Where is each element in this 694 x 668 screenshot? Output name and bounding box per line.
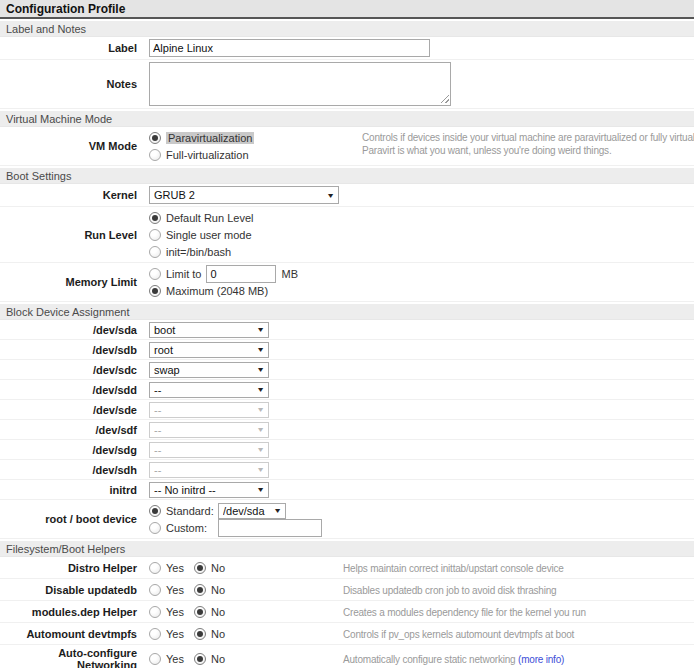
- device-label: /dev/sdb: [0, 344, 145, 356]
- device-label: /dev/sdf: [0, 424, 145, 436]
- disable-updatedb-yes-radio[interactable]: [149, 584, 161, 596]
- table-row: /dev/sdf -- ▼: [0, 420, 694, 440]
- notes-row: Notes: [0, 60, 694, 109]
- memory-limit-to-label[interactable]: Limit to: [166, 268, 201, 280]
- chevron-down-icon: ▼: [256, 326, 265, 333]
- label-field-label: Label: [0, 42, 145, 54]
- run-level-row: Run Level Default Run Level Single user …: [0, 207, 694, 263]
- device-label: /dev/sdg: [0, 444, 145, 456]
- chevron-down-icon: ▼: [256, 486, 265, 493]
- dev-sdg-select[interactable]: -- ▼: [149, 442, 269, 458]
- chevron-down-icon: ▼: [326, 192, 335, 199]
- table-row: /dev/sdb root ▼: [0, 340, 694, 360]
- root-boot-custom-input[interactable]: [218, 519, 322, 537]
- distro-helper-no-radio[interactable]: [194, 562, 206, 574]
- yes-label[interactable]: Yes: [166, 628, 184, 640]
- root-boot-standard-label[interactable]: Standard:: [166, 505, 218, 517]
- memory-maximum-label[interactable]: Maximum (2048 MB): [166, 285, 268, 297]
- automount-devtmpfs-label: Automount devtmpfs: [0, 628, 145, 640]
- initrd-select[interactable]: -- No initrd -- ▼: [149, 482, 269, 498]
- chevron-down-icon: ▼: [256, 346, 265, 353]
- auto-configure-networking-label: Auto-configure Networking: [0, 647, 145, 668]
- table-row: modules.dep Helper Yes No Creates a modu…: [0, 601, 694, 623]
- run-level-init-bash-label[interactable]: init=/bin/bash: [166, 246, 231, 258]
- kernel-label: Kernel: [0, 189, 145, 201]
- memory-maximum-radio[interactable]: [149, 285, 161, 297]
- distro-helper-yes-radio[interactable]: [149, 562, 161, 574]
- section-header-boot-settings: Boot Settings: [0, 168, 694, 184]
- memory-limit-label: Memory Limit: [0, 276, 145, 288]
- no-label[interactable]: No: [211, 628, 225, 640]
- no-label[interactable]: No: [211, 653, 225, 665]
- table-row: Disable updatedb Yes No Disables updated…: [0, 579, 694, 601]
- run-level-single-user-radio[interactable]: [149, 229, 161, 241]
- auto-configure-networking-yes-radio[interactable]: [149, 653, 161, 665]
- run-level-single-user-label[interactable]: Single user mode: [166, 229, 252, 241]
- root-boot-standard-select[interactable]: /dev/sda ▼: [218, 503, 286, 519]
- disable-updatedb-help-text: Disables updatedb cron job to avoid disk…: [343, 584, 556, 595]
- dev-sdd-select[interactable]: -- ▼: [149, 382, 269, 398]
- dev-sdh-select[interactable]: -- ▼: [149, 462, 269, 478]
- no-label[interactable]: No: [211, 584, 225, 596]
- vm-mode-paravirtualization-label[interactable]: Paravirtualization: [166, 132, 254, 144]
- table-row: /dev/sdh -- ▼: [0, 460, 694, 480]
- dev-sdf-select[interactable]: -- ▼: [149, 422, 269, 438]
- kernel-row: Kernel GRUB 2 ▼: [0, 184, 694, 207]
- chevron-down-icon: ▼: [256, 446, 265, 453]
- chevron-down-icon: ▼: [256, 426, 265, 433]
- distro-helper-help-text: Helps maintain correct inittab/upstart c…: [343, 562, 564, 573]
- yes-label[interactable]: Yes: [166, 562, 184, 574]
- more-info-link[interactable]: (more info): [518, 654, 564, 665]
- device-label: /dev/sda: [0, 324, 145, 336]
- table-row: /dev/sda boot ▼: [0, 320, 694, 340]
- yes-label[interactable]: Yes: [166, 653, 184, 665]
- no-label[interactable]: No: [211, 606, 225, 618]
- table-row: /dev/sde -- ▼: [0, 400, 694, 420]
- root-boot-device-label: root / boot device: [0, 513, 145, 525]
- memory-limit-to-radio[interactable]: [149, 268, 161, 280]
- chevron-down-icon: ▼: [273, 507, 282, 514]
- automount-devtmpfs-yes-radio[interactable]: [149, 628, 161, 640]
- dev-sdc-select[interactable]: swap ▼: [149, 362, 269, 378]
- yes-label[interactable]: Yes: [166, 584, 184, 596]
- run-level-default-label[interactable]: Default Run Level: [166, 212, 253, 224]
- root-boot-custom-label[interactable]: Custom:: [166, 522, 218, 534]
- table-row: /dev/sdc swap ▼: [0, 360, 694, 380]
- label-input[interactable]: [149, 39, 430, 57]
- run-level-default-radio[interactable]: [149, 212, 161, 224]
- no-label[interactable]: No: [211, 562, 225, 574]
- chevron-down-icon: ▼: [256, 466, 265, 473]
- table-row: initrd -- No initrd -- ▼: [0, 480, 694, 500]
- root-boot-device-row: root / boot device Standard: /dev/sda ▼ …: [0, 500, 694, 539]
- chevron-down-icon: ▼: [256, 406, 265, 413]
- memory-limit-input[interactable]: [206, 265, 276, 283]
- memory-limit-unit: MB: [281, 268, 298, 280]
- auto-configure-networking-no-radio[interactable]: [194, 653, 206, 665]
- dev-sdb-select[interactable]: root ▼: [149, 342, 269, 358]
- page-title: Configuration Profile: [0, 0, 694, 19]
- vm-mode-help-text: Controls if devices inside your virtual …: [362, 131, 694, 157]
- vm-mode-full-virtualization-radio[interactable]: [149, 149, 161, 161]
- kernel-select[interactable]: GRUB 2 ▼: [149, 186, 339, 204]
- section-header-label-and-notes: Label and Notes: [0, 21, 694, 37]
- vm-mode-full-virtualization-label[interactable]: Full-virtualization: [166, 149, 249, 161]
- root-boot-standard-radio[interactable]: [149, 505, 161, 517]
- root-boot-custom-radio[interactable]: [149, 522, 161, 534]
- dev-sda-select[interactable]: boot ▼: [149, 322, 269, 338]
- dev-sde-select[interactable]: -- ▼: [149, 402, 269, 418]
- modules-dep-helper-yes-radio[interactable]: [149, 606, 161, 618]
- modules-dep-helper-label: modules.dep Helper: [0, 606, 145, 618]
- table-row: /dev/sdg -- ▼: [0, 440, 694, 460]
- table-row: Auto-configure Networking Yes No Automat…: [0, 645, 694, 668]
- table-row: /dev/sdd -- ▼: [0, 380, 694, 400]
- device-label: /dev/sdh: [0, 464, 145, 476]
- device-label: /dev/sdd: [0, 384, 145, 396]
- automount-devtmpfs-no-radio[interactable]: [194, 628, 206, 640]
- run-level-init-bash-radio[interactable]: [149, 246, 161, 258]
- auto-configure-networking-help-text: Automatically configure static networkin…: [343, 654, 564, 665]
- yes-label[interactable]: Yes: [166, 606, 184, 618]
- vm-mode-paravirtualization-radio[interactable]: [149, 132, 161, 144]
- notes-textarea[interactable]: [149, 62, 451, 106]
- modules-dep-helper-no-radio[interactable]: [194, 606, 206, 618]
- disable-updatedb-no-radio[interactable]: [194, 584, 206, 596]
